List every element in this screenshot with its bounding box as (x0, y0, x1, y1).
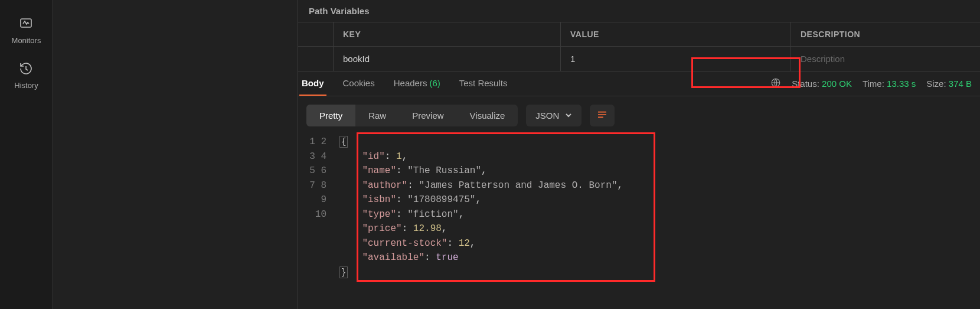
pv-value-cell[interactable]: 1 (561, 47, 791, 71)
size-value: 374 B (949, 79, 972, 89)
pv-row-checkbox[interactable] (298, 47, 334, 71)
tab-cookies[interactable]: Cookies (341, 71, 377, 96)
size-label: Size: (926, 79, 946, 89)
language-label: JSON (535, 110, 559, 121)
status-label: Status: (792, 79, 819, 89)
time-value: 13.33 s (887, 79, 916, 89)
language-dropdown[interactable]: JSON (526, 105, 582, 126)
size-group: Size: 374 B (926, 79, 972, 89)
history-icon (19, 61, 33, 77)
response-tabs: Body Cookies Headers (6) Test Results (299, 71, 509, 96)
status-group: Status: 200 OK (792, 79, 852, 89)
code-lines: { "id": 1, "name": "The Russian", "autho… (339, 135, 623, 279)
globe-icon[interactable] (770, 77, 781, 90)
app-sidebar: Monitors History (0, 0, 53, 309)
left-panel (53, 0, 298, 309)
pv-header-desc: DESCRIPTION (791, 22, 980, 46)
tab-test-results[interactable]: Test Results (457, 71, 510, 96)
pv-key-cell[interactable]: bookId (334, 47, 561, 71)
time-group: Time: 13.33 s (863, 79, 916, 89)
sidebar-label-monitors: Monitors (12, 36, 41, 45)
status-value: 200 OK (822, 79, 852, 89)
format-toolbar: Pretty Raw Preview Visualize JSON (298, 96, 980, 132)
time-label: Time: (863, 79, 884, 89)
main-panel: Path Variables KEY VALUE DESCRIPTION boo… (298, 0, 980, 309)
pv-header-key: KEY (334, 22, 561, 46)
wrap-icon (597, 111, 607, 121)
pv-desc-cell[interactable]: Description (791, 47, 980, 71)
path-variables-table: KEY VALUE DESCRIPTION bookId 1 Descripti… (298, 22, 980, 71)
view-pretty[interactable]: Pretty (306, 105, 355, 126)
monitor-icon (19, 17, 33, 32)
wrap-lines-button[interactable] (590, 105, 615, 126)
chevron-down-icon (565, 110, 572, 121)
view-preview[interactable]: Preview (399, 105, 456, 126)
tab-body[interactable]: Body (299, 71, 326, 96)
tab-headers[interactable]: Headers (6) (391, 71, 443, 96)
sidebar-label-history: History (14, 81, 38, 90)
code-block[interactable]: 1 2 3 4 5 6 7 8 9 10 { "id": 1, "name": … (306, 135, 972, 279)
response-tabs-bar: Body Cookies Headers (6) Test Results St… (298, 71, 980, 96)
view-mode-segment: Pretty Raw Preview Visualize (306, 105, 518, 126)
pv-header-checkbox (298, 22, 334, 46)
pv-header-value: VALUE (561, 22, 791, 46)
pv-data-row: bookId 1 Description (298, 47, 980, 71)
pv-header-row: KEY VALUE DESCRIPTION (298, 22, 980, 47)
sidebar-item-monitors[interactable]: Monitors (12, 17, 41, 45)
path-variables-title: Path Variables (298, 0, 980, 22)
sidebar-item-history[interactable]: History (14, 61, 38, 90)
view-raw[interactable]: Raw (355, 105, 399, 126)
tab-headers-count: (6) (429, 78, 440, 88)
view-visualize[interactable]: Visualize (457, 105, 518, 126)
tab-headers-label: Headers (394, 78, 427, 88)
response-meta: Status: 200 OK Time: 13.33 s Size: 374 B (770, 77, 972, 90)
response-body: 1 2 3 4 5 6 7 8 9 10 { "id": 1, "name": … (298, 132, 980, 309)
line-gutter: 1 2 3 4 5 6 7 8 9 10 (306, 135, 339, 279)
